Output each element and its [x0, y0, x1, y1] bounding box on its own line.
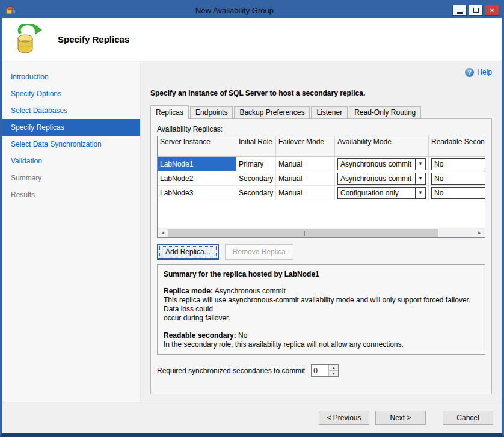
tab-listener[interactable]: Listener: [311, 106, 348, 118]
help-link[interactable]: ? Help: [465, 68, 492, 77]
cell-server-instance[interactable]: LabNode2: [158, 171, 236, 186]
sidebar-item-specify-options[interactable]: Specify Options: [2, 85, 140, 102]
minimize-icon: [457, 12, 463, 14]
maximize-button[interactable]: [469, 5, 483, 16]
cell-readable-secondary: No: [429, 171, 485, 186]
cell-availability-mode: Asynchronous commit ▼: [335, 171, 429, 186]
cell-readable-secondary: No: [429, 186, 485, 200]
scroll-left-button[interactable]: ◄: [158, 228, 168, 237]
required-secondaries-label: Required synchronized secondaries to com…: [157, 367, 305, 375]
next-button[interactable]: Next >: [375, 411, 426, 425]
cell-failover-mode[interactable]: Manual: [276, 171, 335, 186]
scrollbar-grip-icon: [301, 231, 301, 236]
tab-replicas[interactable]: Replicas: [150, 105, 189, 119]
chevron-down-icon: ▼: [415, 159, 425, 170]
main-content: ? Help Specify an instance of SQL Server…: [141, 61, 502, 402]
sidebar-item-specify-replicas[interactable]: Specify Replicas: [2, 119, 140, 136]
readable-secondary-value: No: [236, 331, 248, 340]
table-row[interactable]: LabNode1 Primary Manual Asynchronous com…: [158, 157, 485, 171]
close-button[interactable]: ×: [485, 5, 499, 16]
summary-title: Summary for the replica hosted by LabNod…: [164, 270, 479, 278]
replica-summary-box: Summary for the replica hosted by LabNod…: [157, 264, 485, 355]
availability-mode-dropdown[interactable]: Asynchronous commit ▼: [337, 173, 426, 185]
readable-secondary-description: In the secondary role, this availability…: [164, 340, 479, 349]
close-icon: ×: [490, 7, 494, 14]
cell-server-instance[interactable]: LabNode1: [158, 157, 236, 171]
wizard-footer: < Previous Next > Cancel: [2, 402, 502, 433]
cell-failover-mode[interactable]: Manual: [276, 157, 335, 171]
tab-read-only-routing[interactable]: Read-Only Routing: [349, 106, 421, 118]
cell-initial-role[interactable]: Primary: [236, 157, 276, 171]
chevron-down-icon: ▼: [415, 173, 425, 184]
instruction-text: Specify an instance of SQL Server to hos…: [150, 89, 492, 97]
sidebar-item-results: Results: [2, 186, 140, 203]
column-header-initial-role: Initial Role: [236, 136, 276, 157]
title-bar[interactable]: New Availability Group ×: [2, 2, 502, 18]
replica-mode-value: Asynchronous commit: [213, 287, 286, 295]
sidebar-item-validation[interactable]: Validation: [2, 153, 140, 170]
window-icon: [6, 5, 17, 15]
availability-mode-dropdown[interactable]: Asynchronous commit ▼: [337, 158, 426, 170]
tab-strip: Replicas Endpoints Backup Preferences Li…: [150, 105, 492, 118]
stepper-down-button[interactable]: ▼: [329, 371, 338, 376]
dropdown-value: No: [434, 189, 443, 197]
required-secondaries-input[interactable]: [312, 365, 328, 376]
cell-server-instance[interactable]: LabNode3: [158, 186, 236, 200]
remove-replica-button: Remove Replica: [225, 244, 293, 260]
scrollbar-track[interactable]: [168, 228, 475, 237]
scroll-right-button[interactable]: ►: [475, 228, 485, 237]
dropdown-value: No: [434, 160, 443, 168]
cancel-button[interactable]: Cancel: [443, 411, 493, 425]
dropdown-value: Asynchronous commit: [338, 173, 415, 184]
readable-secondary-dropdown[interactable]: No: [431, 158, 485, 170]
replica-mode-label: Replica mode:: [164, 287, 213, 295]
minimize-button[interactable]: [452, 5, 467, 16]
replica-mode-description: This replica will use asynchronous-commi…: [164, 296, 479, 314]
table-row[interactable]: LabNode3 Secondary Manual Configuration …: [158, 186, 485, 200]
dropdown-value: Asynchronous commit: [338, 159, 415, 170]
maximize-icon: [473, 8, 479, 13]
help-icon: ?: [465, 68, 474, 77]
dropdown-value: Configuration only: [338, 188, 415, 198]
availability-replicas-label: Availability Replicas:: [157, 125, 485, 133]
cell-availability-mode: Configuration only ▼: [335, 186, 429, 200]
dropdown-value: No: [434, 174, 443, 183]
readable-secondary-line: Readable secondary: No: [164, 331, 479, 340]
wizard-header: Specify Replicas: [2, 18, 502, 61]
add-replica-button[interactable]: Add Replica...: [157, 244, 219, 260]
previous-button[interactable]: < Previous: [319, 411, 369, 425]
grid-header-row: Server Instance Initial Role Failover Mo…: [158, 136, 485, 157]
tab-endpoints[interactable]: Endpoints: [190, 106, 233, 118]
replicas-tab-panel: Availability Replicas: Server Instance I…: [150, 118, 492, 394]
table-row[interactable]: LabNode2 Secondary Manual Asynchronous c…: [158, 171, 485, 186]
cell-failover-mode[interactable]: Manual: [276, 186, 335, 200]
sidebar-item-select-databases[interactable]: Select Databases: [2, 102, 140, 119]
readable-secondary-dropdown[interactable]: No: [431, 187, 485, 199]
stepper-up-button[interactable]: ▲: [329, 365, 338, 371]
sidebar-item-select-data-synchronization[interactable]: Select Data Synchronization: [2, 136, 140, 153]
scrollbar-thumb[interactable]: [168, 229, 438, 237]
page-title: Specify Replicas: [58, 34, 129, 44]
horizontal-scrollbar[interactable]: ◄ ►: [158, 228, 485, 237]
cell-availability-mode: Asynchronous commit ▼: [335, 157, 429, 171]
new-availability-group-window: New Availability Group × Specify Replica…: [0, 0, 504, 437]
sidebar-item-summary: Summary: [2, 170, 140, 186]
scrollbar-grip-icon: [304, 231, 305, 236]
replica-mode-description-2: occur during failover.: [164, 314, 479, 323]
availability-replicas-grid: Server Instance Initial Role Failover Mo…: [157, 136, 485, 238]
column-header-server-instance: Server Instance: [158, 136, 236, 157]
chevron-down-icon: ▼: [415, 188, 425, 198]
availability-group-icon: [12, 24, 43, 55]
availability-mode-dropdown[interactable]: Configuration only ▼: [337, 187, 426, 199]
window-title: New Availability Group: [17, 6, 452, 15]
replica-mode-line: Replica mode: Asynchronous commit: [164, 287, 479, 296]
wizard-steps-sidebar: Introduction Specify Options Select Data…: [2, 61, 141, 402]
cell-readable-secondary: No: [429, 157, 485, 171]
cell-initial-role[interactable]: Secondary: [236, 171, 276, 186]
cell-initial-role[interactable]: Secondary: [236, 186, 276, 200]
readable-secondary-dropdown[interactable]: No: [431, 173, 485, 185]
readable-secondary-label: Readable secondary:: [164, 331, 236, 340]
tab-backup-preferences[interactable]: Backup Preferences: [234, 106, 310, 118]
sidebar-item-introduction[interactable]: Introduction: [2, 69, 140, 85]
required-secondaries-stepper: ▲ ▼: [311, 364, 339, 377]
